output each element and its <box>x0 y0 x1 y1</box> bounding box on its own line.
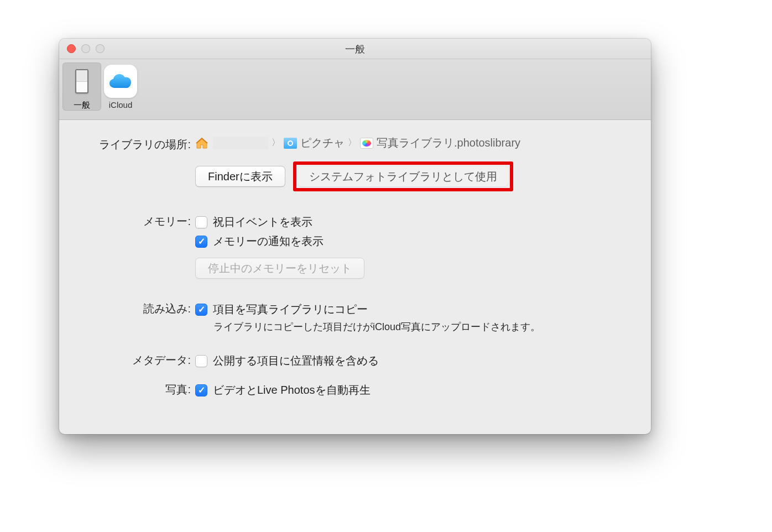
photos-row: 写真: ビデオとLive Photosを自動再生 <box>70 380 640 400</box>
window-title: 一般 <box>345 44 365 55</box>
preferences-toolbar: 一般 iCloud <box>59 59 651 120</box>
library-location-row: ライブラリの場所: 〉 ピ <box>70 135 640 195</box>
copy-items-checkbox[interactable]: 項目を写真ライブラリにコピー <box>195 300 640 319</box>
import-label: 読み込み: <box>70 300 195 316</box>
memory-row: メモリー: 祝日イベントを表示 メモリーの通知を表示 停止中のメモリーをリセット <box>70 212 640 282</box>
show-memory-notifications-label: メモリーの通知を表示 <box>213 234 324 249</box>
show-holiday-events-checkbox[interactable]: 祝日イベントを表示 <box>195 212 640 232</box>
crumb-home-name-redacted <box>213 137 268 149</box>
tab-general[interactable]: 一般 <box>62 62 101 111</box>
crumb-library-label: 写真ライブラリ.photoslibrary <box>377 135 520 150</box>
checkbox-icon <box>195 355 207 367</box>
library-location-label: ライブラリの場所: <box>70 135 195 152</box>
zoom-button-icon[interactable] <box>96 44 105 53</box>
general-pane: ライブラリの場所: 〉 ピ <box>59 120 651 400</box>
preferences-window: 一般 一般 iCloud <box>59 39 651 434</box>
show-holiday-events-label: 祝日イベントを表示 <box>213 215 312 230</box>
show-in-finder-button[interactable]: Finderに表示 <box>195 166 285 187</box>
library-location-breadcrumb: 〉 ピクチャ 〉 写真ライブラリ.photoslibrary <box>195 135 640 150</box>
copy-items-label: 項目を写真ライブラリにコピー <box>213 302 368 317</box>
tab-general-label: 一般 <box>62 100 101 111</box>
traffic-lights <box>59 39 105 59</box>
photos-label: 写真: <box>70 380 195 397</box>
metadata-row: メタデータ: 公開する項目に位置情報を含める <box>70 351 640 371</box>
pictures-folder-icon <box>284 138 297 149</box>
import-row: 読み込み: 項目を写真ライブラリにコピー ライブラリにコピーした項目だけがiCl… <box>70 300 640 333</box>
chevron-right-icon: 〉 <box>348 137 357 149</box>
include-location-label: 公開する項目に位置情報を含める <box>213 353 379 368</box>
icloud-icon <box>104 65 137 98</box>
metadata-label: メタデータ: <box>70 351 195 368</box>
crumb-home <box>195 137 268 149</box>
tab-icloud[interactable]: iCloud <box>101 62 140 109</box>
use-as-system-library-button[interactable]: システムフォトライブラリとして使用 <box>298 166 508 186</box>
copy-items-note: ライブラリにコピーした項目だけがiCloud写真にアップロードされます。 <box>195 319 640 333</box>
tab-icloud-label: iCloud <box>101 100 140 109</box>
general-icon <box>65 65 98 98</box>
reset-blocked-memories-button[interactable]: 停止中のメモリーをリセット <box>195 258 364 279</box>
chevron-right-icon: 〉 <box>272 137 280 149</box>
autoplay-label: ビデオとLive Photosを自動再生 <box>213 383 371 398</box>
close-button-icon[interactable] <box>67 44 76 53</box>
checkbox-icon <box>195 384 207 397</box>
crumb-library: 写真ライブラリ.photoslibrary <box>360 135 520 150</box>
show-memory-notifications-checkbox[interactable]: メモリーの通知を表示 <box>195 232 640 251</box>
checkbox-icon <box>195 304 207 316</box>
titlebar: 一般 <box>59 39 651 59</box>
checkbox-icon <box>195 236 207 248</box>
photos-library-icon <box>360 138 373 149</box>
memory-label: メモリー: <box>70 212 195 229</box>
checkbox-icon <box>195 216 207 228</box>
autoplay-checkbox[interactable]: ビデオとLive Photosを自動再生 <box>195 380 640 400</box>
crumb-pictures: ピクチャ <box>284 135 345 150</box>
include-location-checkbox[interactable]: 公開する項目に位置情報を含める <box>195 351 640 371</box>
highlight-annotation: システムフォトライブラリとして使用 <box>293 161 513 191</box>
home-icon <box>195 137 208 149</box>
minimize-button-icon[interactable] <box>81 44 90 53</box>
crumb-pictures-label: ピクチャ <box>300 135 345 150</box>
